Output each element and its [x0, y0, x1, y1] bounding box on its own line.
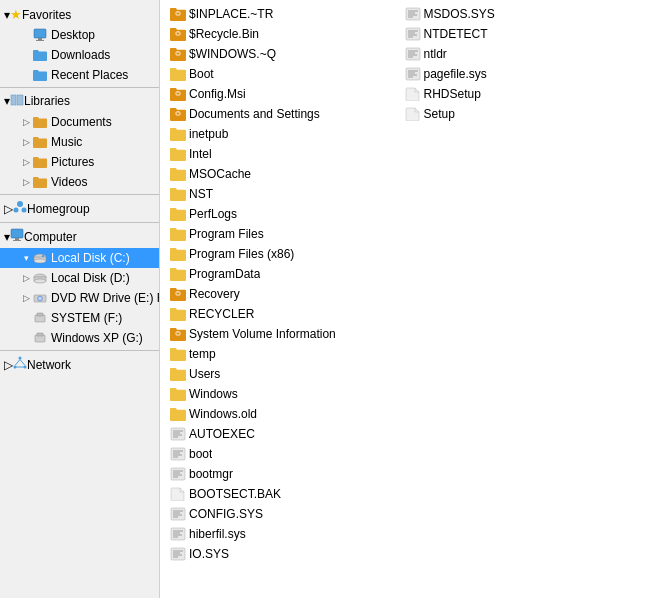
sidebar-section-computer[interactable]: ▾ Computer — [0, 225, 159, 248]
list-item[interactable] — [403, 184, 638, 204]
list-item[interactable] — [403, 264, 638, 284]
sidebar-item-documents[interactable]: ▷ Documents — [0, 112, 159, 132]
list-item[interactable] — [403, 204, 638, 224]
list-item[interactable]: AUTOEXEC — [168, 424, 403, 444]
file-name: Setup — [424, 107, 455, 121]
list-item[interactable]: pagefile.sys — [403, 64, 638, 84]
list-item[interactable] — [403, 464, 638, 484]
svg-point-7 — [22, 208, 27, 213]
list-item[interactable] — [403, 424, 638, 444]
list-item[interactable] — [403, 524, 638, 544]
sidebar-item-dvd-drive-e[interactable]: ▷ DVD RW Drive (E:) R… — [0, 288, 159, 308]
sidebar-section-libraries[interactable]: ▾ Libraries — [0, 90, 159, 112]
list-item[interactable] — [403, 224, 638, 244]
recent-places-label: Recent Places — [51, 68, 128, 82]
svg-rect-3 — [11, 95, 16, 105]
list-item[interactable]: RHDSetup — [403, 84, 638, 104]
sidebar-item-recent-places[interactable]: Recent Places — [0, 65, 159, 85]
sidebar-item-downloads[interactable]: Downloads — [0, 45, 159, 65]
file-name: Config.Msi — [189, 87, 246, 101]
list-item[interactable] — [403, 324, 638, 344]
list-item[interactable] — [403, 504, 638, 524]
list-item[interactable]: Users — [168, 364, 403, 384]
desktop-icon — [32, 27, 48, 43]
sidebar-section-favorites[interactable]: ▾ ★ Favorites — [0, 4, 159, 25]
list-item[interactable]: NST — [168, 184, 403, 204]
list-item[interactable]: CONFIG.SYS — [168, 504, 403, 524]
homegroup-expander: ▷ — [4, 202, 13, 216]
list-item[interactable]: System Volume Information — [168, 324, 403, 344]
list-item[interactable]: hiberfil.sys — [168, 524, 403, 544]
list-item[interactable]: $WINDOWS.~Q — [168, 44, 403, 64]
system-f-icon — [32, 310, 48, 326]
list-item[interactable]: bootmgr — [168, 464, 403, 484]
list-item[interactable]: PerfLogs — [168, 204, 403, 224]
list-item[interactable]: temp — [168, 344, 403, 364]
list-item[interactable]: Boot — [168, 64, 403, 84]
list-item[interactable] — [403, 164, 638, 184]
list-item[interactable] — [403, 444, 638, 464]
svg-point-25 — [19, 357, 22, 360]
sidebar-item-music[interactable]: ▷ Music — [0, 132, 159, 152]
network-label: Network — [27, 358, 71, 372]
local-disk-d-icon — [32, 270, 48, 286]
file-icon-folder — [170, 146, 186, 162]
sidebar-item-system-f[interactable]: SYSTEM (F:) — [0, 308, 159, 328]
list-item[interactable]: RECYCLER — [168, 304, 403, 324]
list-item[interactable] — [403, 304, 638, 324]
sidebar-section-network[interactable]: ▷ Network — [0, 353, 159, 376]
list-item[interactable]: Config.Msi — [168, 84, 403, 104]
list-item[interactable]: MSOCache — [168, 164, 403, 184]
list-item[interactable] — [403, 364, 638, 384]
list-item[interactable]: Recovery — [168, 284, 403, 304]
sidebar-item-winxp-g[interactable]: Windows XP (G:) — [0, 328, 159, 348]
list-item[interactable]: NTDETECT — [403, 24, 638, 44]
list-item[interactable]: Windows — [168, 384, 403, 404]
list-item[interactable]: Setup — [403, 104, 638, 124]
list-item[interactable]: Intel — [168, 144, 403, 164]
sidebar-item-videos[interactable]: ▷ Videos — [0, 172, 159, 192]
list-item[interactable] — [403, 384, 638, 404]
svg-rect-38 — [406, 28, 420, 40]
system-f-label: SYSTEM (F:) — [51, 311, 122, 325]
list-item[interactable]: BOOTSECT.BAK — [168, 484, 403, 504]
list-item[interactable]: Program Files (x86) — [168, 244, 403, 264]
list-item[interactable]: $Recycle.Bin — [168, 24, 403, 44]
list-item[interactable] — [403, 284, 638, 304]
list-item[interactable] — [403, 544, 638, 564]
list-item[interactable]: IO.SYS — [168, 544, 403, 564]
list-item[interactable] — [403, 144, 638, 164]
list-item[interactable]: MSDOS.SYS — [403, 4, 638, 24]
list-item[interactable]: Program Files — [168, 224, 403, 244]
sidebar-section-homegroup[interactable]: ▷ Homegroup — [0, 197, 159, 220]
local-disk-c-label: Local Disk (C:) — [51, 251, 130, 265]
file-name: Boot — [189, 67, 214, 81]
file-name: RECYCLER — [189, 307, 254, 321]
sidebar-item-local-disk-d[interactable]: ▷ Local Disk (D:) — [0, 268, 159, 288]
list-item[interactable]: ntldr — [403, 44, 638, 64]
file-icon-folder — [170, 306, 186, 322]
file-grid: $INPLACE.~TR MSDOS.SYS $Recycle.Bin NTDE… — [168, 4, 637, 564]
sidebar-item-desktop[interactable]: Desktop — [0, 25, 159, 45]
file-icon-file — [170, 486, 186, 502]
list-item[interactable]: Documents and Settings — [168, 104, 403, 124]
sidebar-item-pictures[interactable]: ▷ Pictures — [0, 152, 159, 172]
list-item[interactable] — [403, 404, 638, 424]
list-item[interactable]: $INPLACE.~TR — [168, 4, 403, 24]
list-item[interactable]: boot — [168, 444, 403, 464]
list-item[interactable] — [403, 124, 638, 144]
list-item[interactable]: inetpub — [168, 124, 403, 144]
list-item[interactable] — [403, 244, 638, 264]
list-item[interactable] — [403, 484, 638, 504]
file-icon-folder — [170, 66, 186, 82]
list-item[interactable]: Windows.old — [168, 404, 403, 424]
file-icon-folder-lock — [170, 106, 186, 122]
list-item[interactable] — [403, 344, 638, 364]
videos-icon — [32, 174, 48, 190]
list-item[interactable]: ProgramData — [168, 264, 403, 284]
homegroup-icon — [13, 200, 27, 217]
documents-icon — [32, 114, 48, 130]
sidebar-item-local-disk-c[interactable]: ▾ Local Disk (C:) — [0, 248, 159, 268]
svg-rect-22 — [37, 313, 43, 316]
favorites-icon: ★ — [10, 7, 22, 22]
